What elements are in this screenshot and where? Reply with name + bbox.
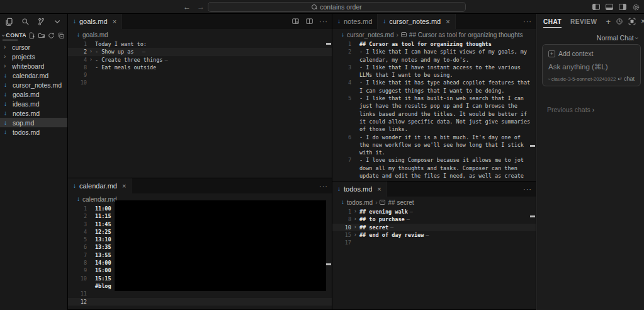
file-item-notes-md[interactable]: ↓ notes.md [0,108,67,118]
more-actions-icon[interactable]: ··· [319,182,328,190]
search-sidebar-icon[interactable] [21,18,30,26]
line-text: - I like that it has type ahead copilot … [359,79,530,86]
code-line[interactable]: it could allow specific data. Not just g… [332,118,536,125]
code-line[interactable]: with it. [332,149,536,156]
tab-close-icon[interactable]: × [377,185,381,193]
file-item-calendar-md[interactable]: ↓ calendar.md [0,71,67,80]
tab-review[interactable]: REVIEW [570,14,597,29]
code-line[interactable]: 4- I like that it has type ahead copilot… [332,79,536,86]
send-chat-button[interactable]: ↵ chat [618,76,635,82]
code-line[interactable]: down all my thoughts and tasks. Composer… [332,164,536,172]
code-line[interactable]: 17 [332,239,536,246]
folder-item-cursor[interactable]: › cursor [0,42,67,52]
code-line[interactable]: 10 [68,79,332,86]
code-line[interactable]: 5- I like that it has built-in web searc… [332,95,536,102]
new-file-icon[interactable] [28,32,35,39]
editor-tab-calendar-md[interactable]: ↓calendar.md× [68,178,132,193]
code-line[interactable]: 4›- Create three things– [68,56,332,64]
tab-close-icon[interactable]: × [122,182,126,190]
code-line[interactable]: 1## Cursor as tool for organizing though… [332,40,536,48]
file-item-ideas-md[interactable]: ↓ ideas.md [0,99,67,108]
workspace-search-box[interactable]: contains order [208,2,466,12]
tab-close-icon[interactable]: × [113,18,116,25]
new-folder-icon[interactable] [38,32,45,39]
code-line[interactable]: just have the results pop up and I can b… [332,102,536,110]
file-item-cursor_notes-md[interactable]: ↓ cursor_notes.md [0,80,67,89]
code-line[interactable]: 15›## end of day review– [332,231,536,239]
code-area[interactable]: 1## Cursor as tool for organizing though… [332,40,536,181]
chevron-right-icon: › [4,53,10,60]
split-editor-icon[interactable] [305,18,314,25]
code-area[interactable]: 1›## evening walk–8›## to purchase–10›##… [332,208,536,246]
editor-tab-todos-md[interactable]: ↓todos.md× [332,181,387,197]
code-line[interactable]: LLMs that I want to be using. [332,71,536,79]
folder-item-whiteboard[interactable]: › whiteboard [0,61,67,71]
markdown-file-icon: ↓ [4,101,11,107]
code-line[interactable]: 12 [68,298,332,306]
code-line[interactable]: calendar, my notes and my to-do's. [332,56,536,64]
markdown-file-icon: ↓ [383,18,386,25]
file-item-goals-md[interactable]: ↓ goals.md [0,89,67,99]
close-panel-icon[interactable]: × [641,17,644,26]
file-item-sop-md[interactable]: ↓ sop.md [0,118,67,127]
forward-icon[interactable]: → [197,3,205,11]
code-line[interactable]: links based around the titles. It would … [332,110,536,118]
more-views-chevron-icon[interactable] [54,18,61,25]
chat-input-box[interactable]: + Add context Ask anything (⌘L) › claude… [542,44,641,86]
tab-bar: ↓calendar.md× ··· [68,178,332,193]
history-icon[interactable] [616,18,623,25]
editor-tab-cursor_notes-md[interactable]: ↓cursor_notes.md× [378,14,455,29]
chat-input-placeholder[interactable]: Ask anything (⌘L) [548,62,635,71]
toggle-right-sidebar-icon[interactable] [619,4,626,10]
code-line[interactable]: 2›- Show up as – [68,48,332,55]
code-line[interactable]: 9 [68,71,332,79]
open-preview-icon[interactable] [291,18,300,25]
editor-pane-goals: ↓goals.md× ··· ↓goals.md 1Today I want t… [68,14,332,178]
toggle-left-sidebar-icon[interactable] [592,4,600,10]
code-line[interactable]: 7- I love using Composer because it allo… [332,156,536,164]
code-line[interactable]: 2- I like that I can have split views of… [332,48,536,55]
code-line[interactable]: 8- Eat meals outside [68,64,332,71]
code-line[interactable]: 6- I do wonder if it is a bit much. It's… [332,134,536,141]
previous-chats-link[interactable]: Previous chats › [547,106,594,113]
new-chat-icon[interactable]: + [606,17,611,26]
line-number: 10 [332,224,351,231]
tab-close-icon[interactable]: × [446,18,449,25]
files-icon[interactable] [5,18,13,26]
line-text: links based around the titles. It would … [359,110,527,118]
refresh-icon[interactable] [48,32,55,39]
chat-mode-selector[interactable]: Normal Chat › [537,29,644,42]
editor-tab-notes-md[interactable]: ↓notes.md [332,14,378,29]
toggle-bottom-panel-icon[interactable] [606,4,613,10]
expand-icon[interactable] [628,18,636,25]
settings-gear-icon[interactable] [632,3,640,11]
add-context-button[interactable]: + Add context [548,50,635,57]
code-line[interactable]: 10›## secret– [332,224,536,231]
breadcrumb[interactable]: ↓goals.md [68,29,332,40]
code-line[interactable]: I can suggest things that I want to be d… [332,87,536,95]
model-selector[interactable]: › claude-3-5-sonnet-20241022 [548,76,616,82]
more-actions-icon[interactable]: ··· [319,18,328,25]
breadcrumb[interactable]: ↓todos.md›## secret [332,197,536,208]
markdown-file-icon: ↓ [73,183,76,189]
code-line[interactable]: 8›## to purchase– [332,215,536,223]
code-line[interactable]: of those links. [332,125,536,133]
line-number: 12 [68,298,87,306]
breadcrumb[interactable]: ↓cursor_notes.md›## Cursor as tool for o… [332,29,536,40]
code-line[interactable]: 11 [68,290,332,297]
folder-item-projects[interactable]: › projects [0,52,67,61]
code-line[interactable]: 1Today I want to: [68,40,332,48]
code-line[interactable]: 3- I like that I have instant access to … [332,64,536,71]
file-item-todos-md[interactable]: ↓ todos.md [0,127,67,137]
tab-chat[interactable]: CHAT [543,14,562,29]
code-area[interactable]: 1Today I want to:2›- Show up as –4›- Cre… [68,40,332,87]
editor-tab-goals-md[interactable]: ↓goals.md× [68,14,122,29]
more-actions-icon[interactable]: ··· [523,185,532,193]
more-actions-icon[interactable]: ··· [523,18,532,25]
back-icon[interactable]: ← [183,3,191,11]
code-line[interactable]: the new workflow so we'll see how long t… [332,141,536,149]
collapse-all-icon[interactable] [57,32,65,39]
source-control-icon[interactable] [37,18,45,26]
code-line[interactable]: 1›## evening walk– [332,208,536,215]
code-line[interactable]: update and edit the files I need, as wel… [332,172,536,180]
